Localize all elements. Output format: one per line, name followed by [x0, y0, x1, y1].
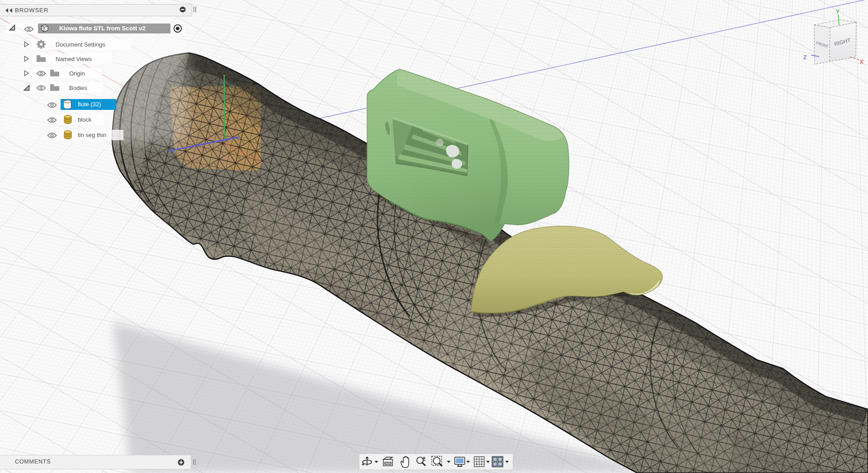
svg-text:X: X — [860, 59, 863, 65]
svg-text:Y: Y — [836, 9, 840, 15]
svg-text:Z: Z — [803, 54, 807, 61]
